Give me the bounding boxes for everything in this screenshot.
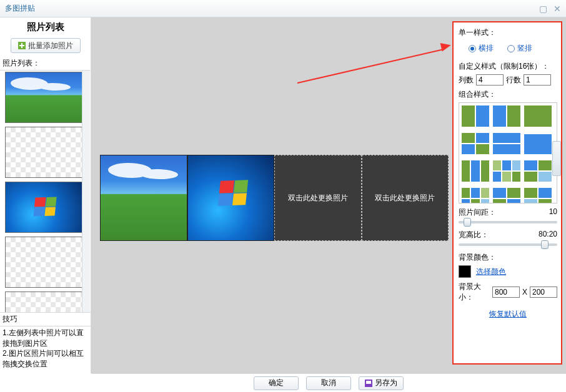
- template-10[interactable]: [462, 188, 489, 203]
- tips-body: 1.左侧列表中照片可以直接拖到图片区 2.图片区照片间可以相互拖拽交换位置: [0, 326, 91, 373]
- radio-icon: [469, 45, 476, 52]
- left-header: 照片列表: [0, 17, 91, 36]
- bulk-add-button[interactable]: 批量添加照片: [11, 38, 81, 53]
- thumbnail-3[interactable]: [5, 182, 85, 233]
- template-6[interactable]: [524, 133, 552, 154]
- cell-placeholder: 双击此处更换照片: [288, 193, 348, 203]
- photo-list[interactable]: [0, 70, 91, 312]
- radio-horizontal[interactable]: 横排: [469, 43, 494, 54]
- radio-vertical[interactable]: 竖排: [507, 43, 532, 54]
- bgcolor-swatch[interactable]: [459, 265, 471, 278]
- ratio-slider-row: 宽高比：80:20: [459, 230, 557, 248]
- rows-input[interactable]: [524, 74, 551, 86]
- template-9[interactable]: [524, 160, 552, 182]
- template-12[interactable]: [524, 188, 552, 203]
- gap-label: 照片间距：: [459, 207, 496, 218]
- radio-icon: [507, 45, 515, 52]
- tip-2: 2.图片区照片间可以相互拖拽交换位置: [2, 348, 88, 370]
- thumbnail-2-bg[interactable]: [5, 127, 85, 178]
- restore-defaults-link[interactable]: 恢复默认值: [489, 310, 527, 318]
- cell-placeholder: 双击此处更换照片: [375, 193, 435, 203]
- template-11[interactable]: [493, 188, 520, 203]
- collage-cell-1[interactable]: [100, 155, 187, 241]
- single-style-label: 单一样式：: [459, 27, 557, 38]
- window-title: 多图拼贴: [5, 3, 539, 14]
- list-scrollbar[interactable]: [82, 71, 91, 312]
- tip-1: 1.左侧列表中照片可以直接拖到图片区: [2, 328, 88, 349]
- thumbnail-1[interactable]: [5, 72, 85, 123]
- custom-style-label: 自定义样式（限制16张）：: [459, 61, 557, 72]
- template-8[interactable]: [493, 160, 520, 182]
- tips-label: 技巧: [0, 312, 91, 326]
- bg-width-input[interactable]: [492, 287, 520, 298]
- ok-button[interactable]: 确定: [254, 376, 299, 390]
- saveas-button[interactable]: 另存为: [359, 376, 404, 390]
- plus-icon: [18, 42, 26, 49]
- thumbnail-4[interactable]: [5, 237, 85, 288]
- template-grid[interactable]: [459, 102, 557, 203]
- gap-slider-thumb[interactable]: [464, 218, 471, 227]
- right-panel: 单一样式： 横排 竖排 自定义样式（限制16张）： 列数 行数 组合样式：: [452, 21, 562, 365]
- template-2[interactable]: [493, 105, 520, 127]
- save-icon: [365, 380, 372, 387]
- window-controls: ▢ ✕: [539, 4, 561, 14]
- bgsize-label: 背景大小：: [459, 282, 490, 303]
- left-panel: 照片列表 批量添加照片 照片列表： 技巧 1.左侧列表中照片可以直接拖到图片区 …: [0, 17, 91, 373]
- cancel-button[interactable]: 取消: [306, 376, 351, 390]
- titlebar: 多图拼贴 ▢ ✕: [0, 0, 566, 17]
- template-4[interactable]: [462, 133, 489, 154]
- bg-height-input[interactable]: [530, 287, 557, 298]
- bgcolor-label: 背景颜色：: [459, 252, 557, 263]
- cols-input[interactable]: [476, 74, 504, 86]
- collage-cell-4[interactable]: 双击此处更换照片: [362, 155, 449, 241]
- template-7[interactable]: [462, 160, 489, 182]
- gap-slider-row: 照片间距：10: [459, 207, 557, 226]
- panel-scrollbar[interactable]: [552, 141, 561, 176]
- photo-list-label: 照片列表：: [0, 57, 91, 70]
- maximize-icon[interactable]: ▢: [539, 4, 547, 14]
- template-3[interactable]: [524, 105, 552, 127]
- cols-label: 列数: [459, 75, 474, 86]
- template-1[interactable]: [462, 105, 489, 127]
- bulk-add-label: 批量添加照片: [28, 41, 73, 51]
- gap-slider-track[interactable]: [459, 221, 557, 223]
- gap-value: 10: [549, 207, 557, 218]
- bg-x-label: X: [522, 288, 527, 296]
- rows-label: 行数: [506, 75, 521, 86]
- collage-cell-3[interactable]: 双击此处更换照片: [274, 155, 362, 241]
- choose-color-link[interactable]: 选择颜色: [476, 267, 506, 277]
- bottom-bar: 确定 取消 另存为: [91, 373, 566, 392]
- ratio-label: 宽高比：: [459, 230, 489, 240]
- ratio-value: 80:20: [539, 230, 557, 240]
- close-icon[interactable]: ✕: [554, 4, 561, 14]
- collage-cell-2[interactable]: [187, 155, 275, 241]
- combo-style-label: 组合样式：: [459, 89, 557, 100]
- collage-strip: 双击此处更换照片 双击此处更换照片: [100, 155, 449, 241]
- template-5[interactable]: [493, 133, 520, 154]
- thumbnail-5[interactable]: [5, 292, 85, 312]
- ratio-slider-thumb[interactable]: [541, 240, 549, 249]
